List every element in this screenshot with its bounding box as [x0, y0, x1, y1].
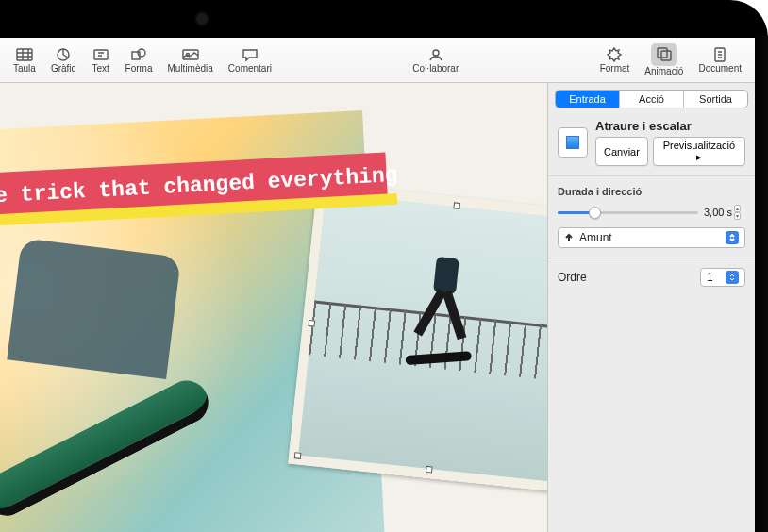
svg-rect-8: [658, 48, 667, 58]
tool-animacio[interactable]: Animació: [637, 42, 691, 78]
tool-comentari[interactable]: Comentari: [221, 44, 279, 75]
tool-forma[interactable]: Forma: [118, 44, 160, 75]
inspector-sidebar: Entrada Acció Sortida Atraure i escalar …: [547, 83, 755, 532]
svg-rect-9: [661, 51, 671, 60]
chevron-updown-icon: [726, 271, 739, 284]
svg-point-4: [138, 49, 145, 57]
slide-canvas[interactable]: e trick that changed everything: [0, 83, 547, 532]
tool-grafic[interactable]: Gràfic: [43, 44, 84, 75]
tool-text[interactable]: Text: [84, 44, 118, 75]
previsualitzacio-button[interactable]: Previsualització ▸: [653, 137, 745, 166]
tool-format[interactable]: Format: [593, 44, 638, 75]
svg-rect-0: [17, 49, 32, 60]
tool-label: Comentari: [228, 63, 272, 74]
direccio-value: Amunt: [579, 231, 612, 244]
durada-label: Durada i direcció: [558, 186, 745, 197]
ordre-select[interactable]: 1: [700, 268, 745, 287]
arrow-up-icon: [564, 233, 574, 242]
durada-value: 3,00 s: [704, 207, 732, 218]
ordre-label: Ordre: [558, 271, 587, 284]
tool-label: Col·laborar: [412, 63, 459, 74]
durada-stepper[interactable]: ▴▾: [734, 205, 741, 220]
tool-label: Forma: [125, 63, 153, 74]
tool-collaborar[interactable]: Col·laborar: [405, 44, 466, 75]
svg-point-7: [433, 50, 439, 56]
durada-slider[interactable]: [558, 205, 698, 220]
tab-entrada[interactable]: Entrada: [556, 91, 620, 108]
tool-taula[interactable]: Taula: [6, 44, 43, 75]
animation-tabs: Entrada Acció Sortida: [555, 90, 748, 108]
effect-thumb: [558, 127, 588, 158]
photo-skater-rail[interactable]: [288, 182, 547, 493]
toolbar: Taula Gràfic Text Forma Multimèdia Comen…: [0, 38, 755, 83]
tool-document[interactable]: Document: [691, 44, 749, 75]
tab-sortida[interactable]: Sortida: [684, 91, 747, 108]
tool-label: Gràfic: [51, 63, 76, 74]
tab-accio[interactable]: Acció: [620, 91, 684, 108]
tool-label: Taula: [13, 63, 36, 74]
tool-multimedia[interactable]: Multimèdia: [159, 44, 220, 75]
tool-label: Text: [92, 63, 109, 74]
ordre-value: 1: [707, 271, 713, 284]
tool-label: Format: [600, 63, 630, 74]
device-bezel: [0, 0, 768, 38]
device-edge: [755, 36, 768, 532]
tool-label: Animació: [644, 66, 683, 76]
tool-label: Document: [698, 63, 742, 74]
direccio-select[interactable]: Amunt: [558, 227, 745, 248]
tool-label: Multimèdia: [167, 63, 212, 74]
chevron-updown-icon: [726, 231, 739, 244]
canviar-button[interactable]: Canviar: [595, 137, 648, 166]
effect-name: Atraure i escalar: [595, 119, 745, 133]
svg-rect-2: [94, 50, 108, 59]
